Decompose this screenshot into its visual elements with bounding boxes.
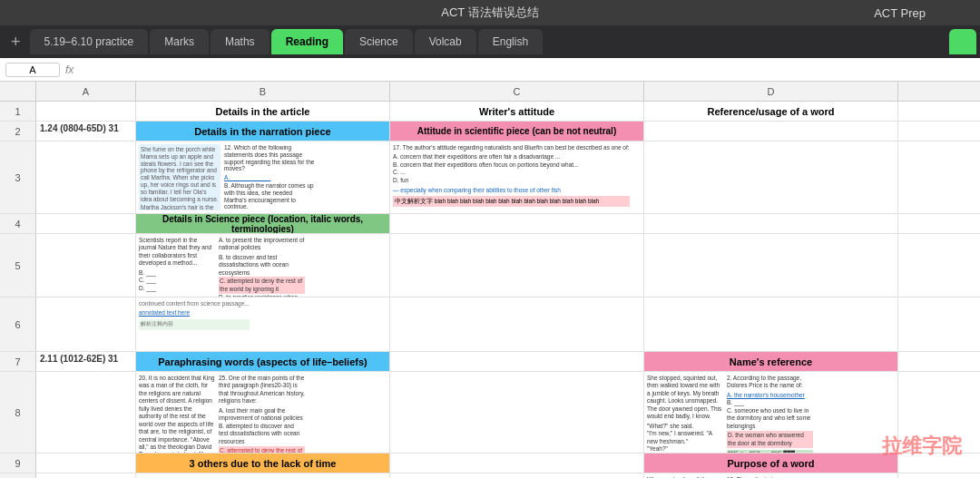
cell-6c[interactable] xyxy=(390,298,644,351)
names-reference-content: She stopped, squinted out, then walked t… xyxy=(647,375,813,453)
cell-9c[interactable] xyxy=(390,454,644,473)
add-tab-button[interactable]: + xyxy=(4,33,28,52)
attitude-content: 17. The author's attitude regarding natu… xyxy=(393,144,630,207)
row-num-5: 5 xyxy=(0,234,36,297)
cell-7a[interactable]: 2.11 (1012-62E) 31 xyxy=(36,352,136,371)
spreadsheet-container: A B C D 1 Details in the article Writer'… xyxy=(0,82,980,478)
cell-3d[interactable] xyxy=(644,141,898,213)
window-title: ACT 语法错误总结 xyxy=(441,5,538,21)
cell-5c[interactable] xyxy=(390,234,644,297)
tab-volcab[interactable]: Volcab xyxy=(415,29,476,54)
table-row: 5 Scientists report in the journal Natur… xyxy=(0,234,980,298)
cell-5a[interactable] xyxy=(36,234,136,297)
cell-10c[interactable] xyxy=(390,473,644,478)
table-row: 6 continued content from science passage… xyxy=(0,298,980,352)
cell-2d[interactable] xyxy=(644,122,898,141)
table-row: 10 Who was lending all the money? In the… xyxy=(0,473,980,478)
table-row: 1 Details in the article Writer's attitu… xyxy=(0,102,980,122)
paraphrase-content: 20. It is no accident that King was a ma… xyxy=(139,375,305,453)
cell-9b[interactable]: 3 others due to the lack of time xyxy=(136,454,390,473)
table-row: 2 1.24 (0804-65D) 31 Details in the narr… xyxy=(0,122,980,141)
cell-4d[interactable] xyxy=(644,214,898,233)
cell-3b[interactable]: She fume on the porch while Mama sets up… xyxy=(136,141,390,213)
column-headers: A B C D xyxy=(0,82,980,102)
row-num-10: 10 xyxy=(0,473,36,478)
cell-1c[interactable]: Writer's attitude xyxy=(390,102,644,121)
row-num-8: 8 xyxy=(0,372,36,453)
cell-8b[interactable]: 20. It is no accident that King was a ma… xyxy=(136,372,390,453)
tab-extra[interactable] xyxy=(949,29,976,54)
fx-label: fx xyxy=(65,63,74,76)
tab-reading[interactable]: Reading xyxy=(271,29,343,54)
cell-8d[interactable]: She stopped, squinted out, then walked t… xyxy=(644,372,898,453)
cell-9a[interactable] xyxy=(36,454,136,473)
table-row: 7 2.11 (1012-62E) 31 Paraphrasing words … xyxy=(0,352,980,372)
table-row: 9 3 others due to the lack of time Purpo… xyxy=(0,454,980,473)
table-row: 3 She fume on the porch while Mama sets … xyxy=(0,141,980,214)
cell-1d[interactable]: Reference/usage of a word xyxy=(644,102,898,121)
row-num-4: 4 xyxy=(0,214,36,233)
tab-science[interactable]: Science xyxy=(345,29,413,54)
cell-1b[interactable]: Details in the article xyxy=(136,102,390,121)
cell-2c[interactable]: Attitude in scientific piece (can be not… xyxy=(390,122,644,141)
narration-content: She fume on the porch while Mama sets up… xyxy=(139,144,315,210)
science-content-1: Scientists report in the journal Nature … xyxy=(139,237,305,297)
row-num-1: 1 xyxy=(0,102,36,121)
cell-8a[interactable] xyxy=(36,372,136,453)
row-num-7: 7 xyxy=(0,352,36,371)
cell-6a[interactable] xyxy=(36,298,136,351)
formula-bar: fx xyxy=(0,58,980,82)
cell-7b[interactable]: Paraphrasing words (aspects of life–beli… xyxy=(136,352,390,371)
cell-4b[interactable]: Details in Science piece (location, ital… xyxy=(136,214,390,233)
row-number-col-header xyxy=(0,82,36,101)
title-bar: ACT 语法错误总结 ACT Prep xyxy=(0,0,980,25)
tab-english[interactable]: English xyxy=(478,29,543,54)
col-header-c: C xyxy=(390,82,644,101)
row-num-9: 9 xyxy=(0,454,36,473)
tab-bar: + 5.19–6.10 practice Marks Maths Reading… xyxy=(0,25,980,58)
cell-9d[interactable]: Purpose of a word xyxy=(644,454,898,473)
cell-5d[interactable] xyxy=(644,234,898,297)
table-row: 4 Details in Science piece (location, it… xyxy=(0,214,980,234)
cell-4c[interactable] xyxy=(390,214,644,233)
cell-10d[interactable]: Who was lending all the money? In the la… xyxy=(644,473,898,478)
tab-marks[interactable]: Marks xyxy=(150,29,209,54)
table-row: 8 20. It is no accident that King was a … xyxy=(0,372,980,454)
right-title: ACT Prep xyxy=(874,6,926,20)
cell-7d[interactable]: Name's reference xyxy=(644,352,898,371)
col-header-b: B xyxy=(136,82,390,101)
row-num-3: 3 xyxy=(0,141,36,213)
cell-1a[interactable] xyxy=(36,102,136,121)
cell-7c[interactable] xyxy=(390,352,644,371)
cell-10b[interactable] xyxy=(136,473,390,478)
cell-reference[interactable] xyxy=(5,63,60,77)
cell-3a[interactable] xyxy=(36,141,136,213)
formula-input[interactable] xyxy=(79,64,975,75)
col-header-d: D xyxy=(644,82,898,101)
col-header-a: A xyxy=(36,82,136,101)
cell-10a[interactable] xyxy=(36,473,136,478)
tab-maths[interactable]: Maths xyxy=(211,29,270,54)
cell-3c[interactable]: 17. The author's attitude regarding natu… xyxy=(390,141,644,213)
row-num-6: 6 xyxy=(0,298,36,351)
cell-2b[interactable]: Details in the narration piece xyxy=(136,122,390,141)
science-content-2: continued content from science passage..… xyxy=(139,300,250,330)
tab-practice[interactable]: 5.19–6.10 practice xyxy=(30,29,149,54)
row-num-2: 2 xyxy=(0,122,36,141)
spreadsheet-body: 1 Details in the article Writer's attitu… xyxy=(0,102,980,478)
cell-5b[interactable]: Scientists report in the journal Nature … xyxy=(136,234,390,297)
cell-8c[interactable] xyxy=(390,372,644,453)
cell-4a[interactable] xyxy=(36,214,136,233)
cell-6d[interactable] xyxy=(644,298,898,351)
cell-2a[interactable]: 1.24 (0804-65D) 31 xyxy=(36,122,136,141)
cell-6b[interactable]: continued content from science passage..… xyxy=(136,298,390,351)
